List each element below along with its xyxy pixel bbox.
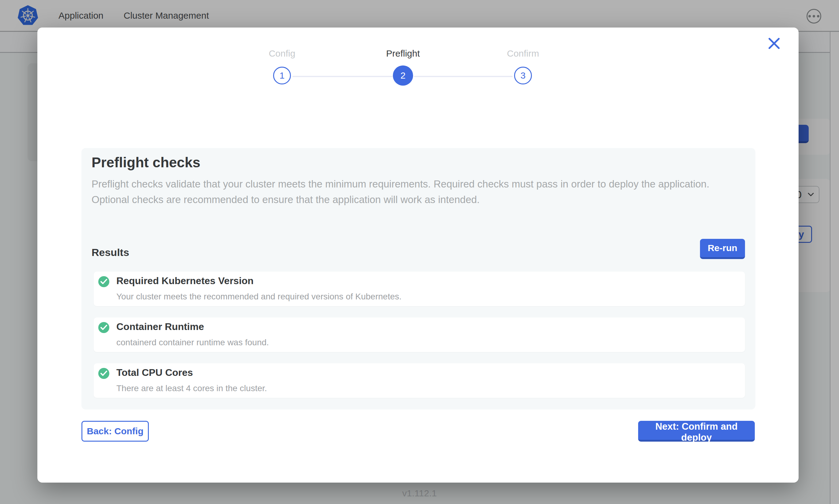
check-result-kubernetes-version: Required Kubernetes Version Your cluster… xyxy=(94,272,745,306)
step-circle-preflight: 2 xyxy=(393,66,413,86)
close-icon[interactable] xyxy=(766,35,782,51)
check-description: Your cluster meets the recommended and r… xyxy=(116,292,401,302)
check-title: Required Kubernetes Version xyxy=(116,275,254,287)
step-label-config: Config xyxy=(242,48,322,59)
rerun-button[interactable]: Re-run xyxy=(700,239,745,259)
preflight-panel: Preflight checks Preflight checks valida… xyxy=(82,148,755,410)
next-confirm-deploy-button[interactable]: Next: Confirm and deploy xyxy=(638,421,755,442)
check-pass-icon xyxy=(98,276,109,287)
step-circle-confirm: 3 xyxy=(514,67,532,85)
check-result-total-cpu-cores: Total CPU Cores There are at least 4 cor… xyxy=(94,363,745,398)
back-config-button[interactable]: Back: Config xyxy=(82,421,149,442)
step-label-confirm: Confirm xyxy=(483,48,563,59)
check-title: Total CPU Cores xyxy=(116,367,193,378)
check-description: There are at least 4 cores in the cluste… xyxy=(116,383,267,393)
check-description: containerd container runtime was found. xyxy=(116,338,269,347)
check-title: Container Runtime xyxy=(116,321,204,332)
check-results-list: Required Kubernetes Version Your cluster… xyxy=(94,272,745,398)
check-result-container-runtime: Container Runtime containerd container r… xyxy=(94,318,745,352)
preflight-description: Preflight checks validate that your clus… xyxy=(91,176,744,208)
step-circle-config: 1 xyxy=(273,67,291,85)
screen: Application Cluster Management 0 y v1.11… xyxy=(0,0,839,504)
check-pass-icon xyxy=(98,322,109,333)
step-connector-1 xyxy=(292,76,393,77)
check-pass-icon xyxy=(98,368,109,379)
step-label-preflight: Preflight xyxy=(363,48,443,59)
results-heading: Results xyxy=(91,247,129,258)
page-title: Preflight checks xyxy=(91,154,200,170)
step-connector-2 xyxy=(414,76,513,77)
preflight-modal: Config Preflight Confirm 1 2 3 Preflight… xyxy=(37,28,799,483)
